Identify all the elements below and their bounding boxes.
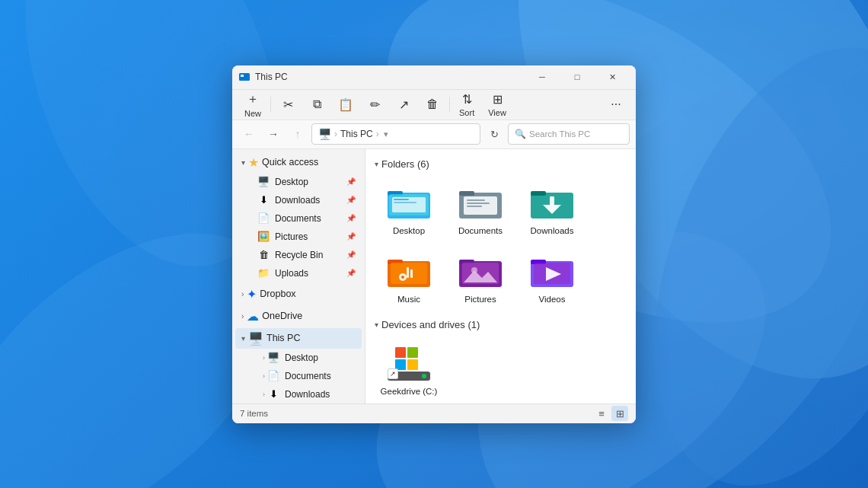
folder-documents-label: Documents (458, 226, 503, 235)
sidebar-item-downloads2[interactable]: › ⬇ Downloads (235, 385, 362, 403)
dropbox-label: Dropbox (260, 289, 356, 299)
svg-rect-31 (407, 267, 409, 278)
folder-documents-icon (456, 182, 505, 223)
paste-button[interactable]: 📋 (332, 94, 359, 115)
dropbox-chevron: › (241, 290, 244, 298)
view-controls: ≡ ⊞ (593, 406, 628, 421)
pin-icon-downloads: 📌 (346, 196, 356, 204)
quick-access-header[interactable]: ▾ ★ Quick access (235, 152, 362, 173)
sidebar-item-documents[interactable]: 📄 Documents 📌 (235, 209, 362, 228)
svg-rect-14 (394, 199, 409, 200)
drives-section-header[interactable]: ▾ Devices and drives (1) (375, 319, 627, 330)
sidebar-item-downloads[interactable]: ⬇ Downloads 📌 (235, 191, 362, 209)
this-pc-header[interactable]: ▾ 🖥️ This PC (235, 328, 362, 349)
onedrive-chevron: › (241, 312, 244, 321)
delete-icon: 🗑 (426, 97, 439, 111)
rename-button[interactable]: ✏ (361, 94, 388, 115)
desktop-folder-icon: 🖥️ (257, 175, 270, 189)
folder-desktop-label: Desktop (393, 226, 425, 235)
recycle-bin-icon: 🗑 (257, 248, 270, 262)
more-button[interactable]: ··· (602, 94, 630, 114)
folder-pictures[interactable]: Pictures (446, 244, 515, 310)
uploads-folder-icon: 📁 (257, 266, 270, 280)
dropbox-header[interactable]: › ✦ Dropbox (235, 284, 362, 305)
title-bar: This PC ─ □ ✕ (232, 65, 636, 90)
folder-pictures-label: Pictures (464, 295, 496, 304)
up-button[interactable]: ↑ (287, 123, 308, 145)
sidebar-item-documents2[interactable]: › 📄 Documents (235, 367, 362, 385)
folder-downloads-icon (528, 182, 576, 223)
folder-videos[interactable]: Videos (518, 244, 586, 310)
folder-documents[interactable]: Documents (446, 176, 515, 241)
drives-title: Devices and drives (1) (381, 319, 480, 330)
svg-rect-20 (467, 203, 490, 204)
sidebar-item-desktop2[interactable]: › 🖥️ Desktop (235, 349, 362, 367)
drive-c-label: Geekdrive (C:) (381, 387, 438, 396)
downloads2-chevron: › (263, 391, 265, 398)
svg-rect-45 (407, 359, 418, 370)
sidebar-item-pictures[interactable]: 🖼️ Pictures 📌 (235, 228, 362, 246)
path-chevron[interactable]: ▾ (384, 129, 388, 139)
drives-chevron: ▾ (375, 321, 378, 329)
svg-rect-32 (410, 270, 413, 278)
share-button[interactable]: ↗ (390, 94, 417, 115)
delete-button[interactable]: 🗑 (419, 94, 446, 114)
folders-grid: Desktop Documents (375, 176, 627, 310)
item-count: 7 items (240, 409, 268, 418)
folder-videos-label: Videos (539, 295, 566, 304)
list-view-button[interactable]: ≡ (593, 406, 610, 421)
new-button[interactable]: ＋ New (238, 88, 267, 121)
desktop2-chevron: › (263, 354, 265, 362)
minimize-button[interactable]: ─ (525, 65, 560, 90)
svg-point-30 (401, 276, 404, 279)
pin-icon-desktop: 📌 (346, 177, 356, 186)
sidebar-item-recycle[interactable]: 🗑 Recycle Bin 📌 (235, 246, 362, 264)
svg-rect-8 (239, 73, 250, 81)
pin-icon-uploads: 📌 (346, 269, 356, 277)
onedrive-label: OneDrive (262, 311, 356, 321)
refresh-button[interactable]: ↻ (483, 123, 505, 145)
back-button[interactable]: ← (238, 123, 260, 145)
this-pc-section: ▾ 🖥️ This PC › 🖥️ Desktop › 📄 Documents … (232, 328, 365, 403)
svg-rect-21 (467, 206, 482, 207)
address-path[interactable]: 🖥️ › This PC › ▾ (311, 123, 480, 145)
cut-button[interactable]: ✂ (274, 94, 302, 115)
forward-button[interactable]: → (263, 123, 284, 145)
view-icon: ⊞ (493, 92, 503, 107)
sort-button[interactable]: ⇅ Sort (453, 89, 480, 120)
svg-rect-24 (550, 196, 554, 206)
folder-downloads-label: Downloads (531, 226, 574, 235)
drives-grid: ↗ Geekdrive (C:) (375, 336, 627, 402)
drive-c-icon-wrapper: ↗ (385, 343, 433, 384)
this-pc-label: This PC (266, 333, 356, 343)
folders-chevron: ▾ (375, 160, 378, 168)
folder-videos-icon (528, 250, 576, 292)
copy-icon: ⧉ (313, 97, 321, 111)
sidebar-item-uploads[interactable]: 📁 Uploads 📌 (235, 264, 362, 282)
onedrive-header[interactable]: › ☁ OneDrive (235, 306, 362, 327)
search-box[interactable]: 🔍 Search This PC (508, 123, 630, 145)
folder-music-icon (385, 250, 433, 292)
folder-downloads[interactable]: Downloads (518, 176, 586, 241)
folders-section-header[interactable]: ▾ Folders (6) (375, 158, 627, 170)
window-controls: ─ □ ✕ (525, 65, 630, 90)
svg-rect-23 (531, 191, 546, 196)
dropbox-section: › ✦ Dropbox (232, 284, 365, 305)
path-separator: › (334, 129, 337, 139)
view-button[interactable]: ⊞ View (482, 89, 512, 120)
pin-icon-documents: 📌 (346, 214, 356, 222)
maximize-button[interactable]: □ (560, 65, 595, 90)
close-button[interactable]: ✕ (595, 65, 630, 90)
folder-music[interactable]: Music (375, 244, 443, 310)
drive-c[interactable]: ↗ Geekdrive (C:) (375, 336, 443, 402)
copy-button[interactable]: ⧉ (303, 94, 330, 114)
svg-point-47 (422, 374, 426, 378)
path-separator2: › (376, 129, 379, 139)
sidebar-item-desktop[interactable]: 🖥️ Desktop 📌 (235, 173, 362, 191)
folder-desktop[interactable]: Desktop (375, 176, 443, 241)
folders-title: Folders (6) (381, 158, 429, 170)
folder-music-label: Music (397, 295, 420, 304)
share-icon: ↗ (399, 97, 409, 112)
svg-rect-17 (459, 191, 474, 196)
grid-view-button[interactable]: ⊞ (611, 406, 628, 421)
